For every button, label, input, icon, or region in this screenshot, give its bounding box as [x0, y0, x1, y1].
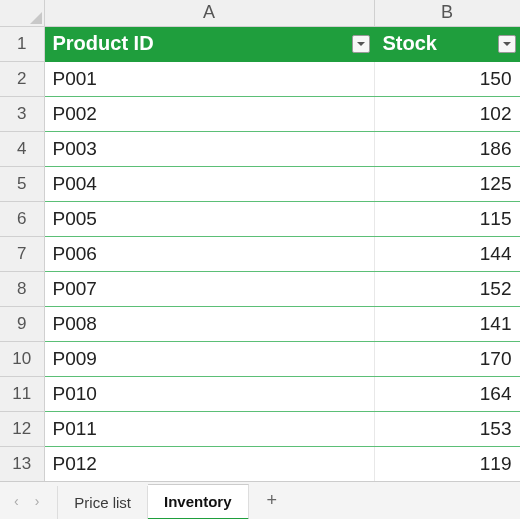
sheet-tab-price-list[interactable]: Price list — [57, 486, 148, 519]
table-row: 7P006144 — [0, 236, 520, 271]
row-header[interactable]: 9 — [0, 306, 44, 341]
row-header[interactable]: 8 — [0, 271, 44, 306]
grid-table: AB1Product IDStock2P0011503P0021024P0031… — [0, 0, 520, 481]
cell-product-id[interactable]: P003 — [44, 131, 374, 166]
cell-product-id[interactable]: P006 — [44, 236, 374, 271]
cell-stock[interactable]: 102 — [374, 96, 520, 131]
cell-stock[interactable]: 152 — [374, 271, 520, 306]
cell-product-id[interactable]: P008 — [44, 306, 374, 341]
cell-stock[interactable]: 153 — [374, 411, 520, 446]
sheet-nav-arrows: ‹ › — [0, 482, 57, 519]
header-label: Stock — [383, 32, 437, 54]
cell-stock[interactable]: 115 — [374, 201, 520, 236]
row-header[interactable]: 1 — [0, 26, 44, 61]
row-header[interactable]: 6 — [0, 201, 44, 236]
cell-stock[interactable]: 170 — [374, 341, 520, 376]
table-row: 6P005115 — [0, 201, 520, 236]
column-header-a[interactable]: A — [44, 0, 374, 26]
cell-product-id[interactable]: P004 — [44, 166, 374, 201]
cell-stock[interactable]: 186 — [374, 131, 520, 166]
table-row: 10P009170 — [0, 341, 520, 376]
table-row: 5P004125 — [0, 166, 520, 201]
header-label: Product ID — [53, 32, 154, 54]
select-all-corner[interactable] — [0, 0, 44, 26]
cell-product-id[interactable]: P010 — [44, 376, 374, 411]
cell-product-id[interactable]: P007 — [44, 271, 374, 306]
table-row: 12P011153 — [0, 411, 520, 446]
row-header[interactable]: 5 — [0, 166, 44, 201]
cell-product-id[interactable]: P005 — [44, 201, 374, 236]
table-row: 9P008141 — [0, 306, 520, 341]
add-sheet-button[interactable]: + — [249, 482, 296, 519]
table-header-product-id[interactable]: Product ID — [44, 26, 374, 61]
table-row: 11P010164 — [0, 376, 520, 411]
cell-stock[interactable]: 144 — [374, 236, 520, 271]
cell-product-id[interactable]: P001 — [44, 61, 374, 96]
sheet-nav-prev[interactable]: ‹ — [14, 493, 19, 509]
column-header-b[interactable]: B — [374, 0, 520, 26]
table-row: 2P001150 — [0, 61, 520, 96]
worksheet-grid[interactable]: AB1Product IDStock2P0011503P0021024P0031… — [0, 0, 520, 481]
cell-product-id[interactable]: P009 — [44, 341, 374, 376]
filter-dropdown-button[interactable] — [352, 35, 370, 53]
cell-product-id[interactable]: P012 — [44, 446, 374, 481]
sheet-nav-next[interactable]: › — [35, 493, 40, 509]
row-header[interactable]: 7 — [0, 236, 44, 271]
row-header[interactable]: 12 — [0, 411, 44, 446]
sheet-tab-bar: ‹ › Price listInventory + — [0, 481, 520, 519]
filter-dropdown-button[interactable] — [498, 35, 516, 53]
row-header[interactable]: 11 — [0, 376, 44, 411]
cell-stock[interactable]: 141 — [374, 306, 520, 341]
cell-stock[interactable]: 125 — [374, 166, 520, 201]
sheet-tabs: Price listInventory — [57, 482, 248, 519]
table-row: 8P007152 — [0, 271, 520, 306]
sheet-tab-inventory[interactable]: Inventory — [148, 484, 249, 519]
row-header[interactable]: 13 — [0, 446, 44, 481]
cell-stock[interactable]: 164 — [374, 376, 520, 411]
cell-product-id[interactable]: P002 — [44, 96, 374, 131]
row-header[interactable]: 4 — [0, 131, 44, 166]
row-header[interactable]: 3 — [0, 96, 44, 131]
table-row: 4P003186 — [0, 131, 520, 166]
cell-stock[interactable]: 119 — [374, 446, 520, 481]
cell-stock[interactable]: 150 — [374, 61, 520, 96]
row-header[interactable]: 10 — [0, 341, 44, 376]
cell-product-id[interactable]: P011 — [44, 411, 374, 446]
table-header-stock[interactable]: Stock — [374, 26, 520, 61]
table-row: 13P012119 — [0, 446, 520, 481]
row-header[interactable]: 2 — [0, 61, 44, 96]
table-row: 3P002102 — [0, 96, 520, 131]
